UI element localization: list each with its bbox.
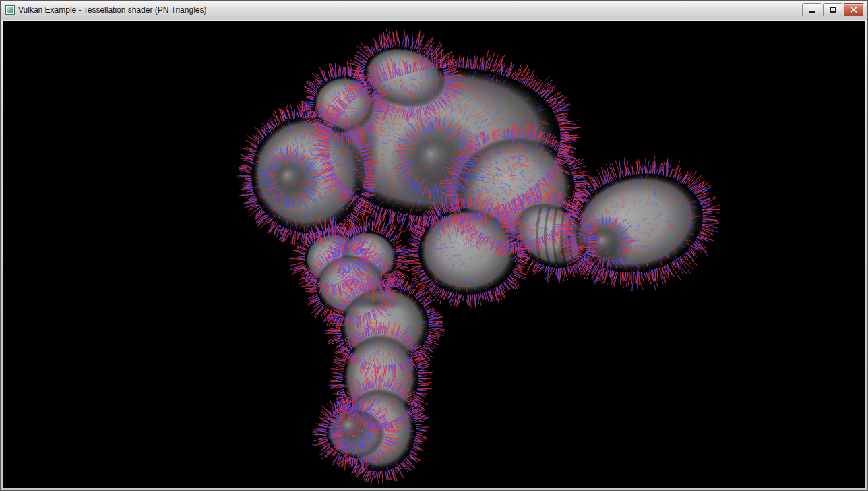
app-window: Vulkan Example - Tessellation shader (PN… [0, 0, 868, 491]
close-icon [850, 6, 857, 13]
window-controls [802, 3, 863, 16]
window-title: Vulkan Example - Tessellation shader (PN… [18, 5, 206, 15]
app-icon [5, 5, 15, 15]
maximize-button[interactable] [823, 3, 842, 16]
close-button[interactable] [844, 3, 863, 16]
minimize-icon [809, 11, 815, 13]
maximize-icon [830, 7, 836, 13]
tessellation-render-canvas[interactable] [3, 21, 865, 488]
titlebar[interactable]: Vulkan Example - Tessellation shader (PN… [1, 1, 867, 20]
render-viewport[interactable] [3, 21, 865, 488]
minimize-button[interactable] [802, 3, 822, 16]
